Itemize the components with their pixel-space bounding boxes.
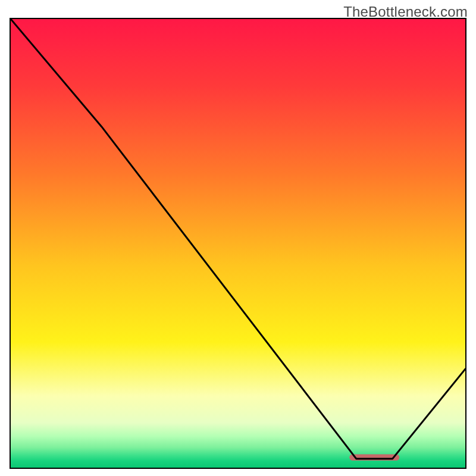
- chart-background: [11, 19, 465, 468]
- chart-svg: [11, 19, 465, 468]
- chart-area: [10, 18, 466, 469]
